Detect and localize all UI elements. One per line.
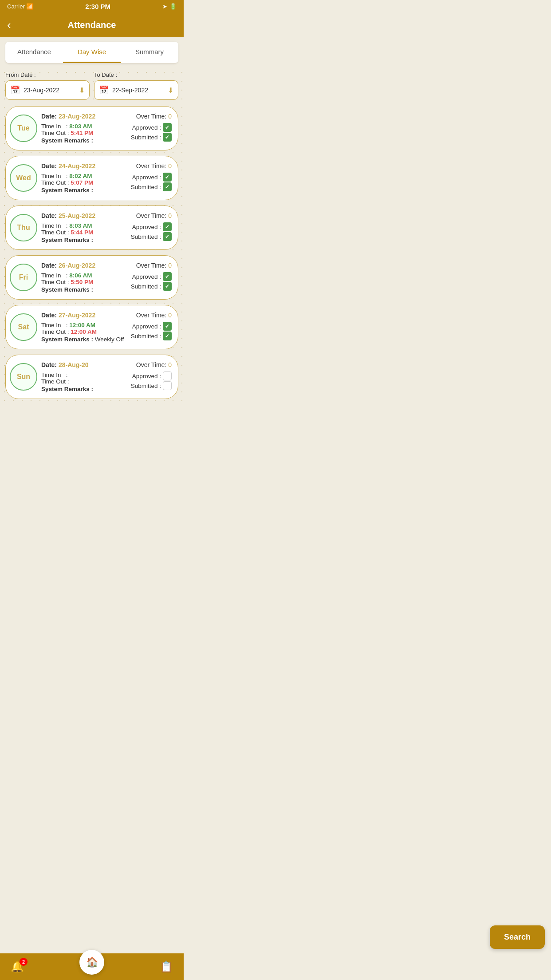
time-in-value: 8:06 AM <box>68 272 92 279</box>
attendance-card: Fri Date: 26-Aug-2022 Over Time: 0 Time … <box>5 255 178 300</box>
time-out-label: Time Out : <box>41 229 69 236</box>
remarks-row: System Remarks : <box>41 386 131 392</box>
approved-label: Approved : <box>132 373 161 379</box>
time-out-row: Time Out : 5:50 PM <box>41 279 131 285</box>
overtime: Over Time: 0 <box>136 113 172 120</box>
submitted-checkbox: ✔ <box>163 133 172 142</box>
card-body: Date: 24-Aug-2022 Over Time: 0 Time In :… <box>41 162 172 194</box>
back-button[interactable]: ‹ <box>7 18 11 32</box>
check-col: Approved : ✔ Submitted : ✔ <box>131 322 172 340</box>
card-date: Date: 26-Aug-2022 <box>41 262 95 269</box>
card-mid-row: Time In : 12:00 AM Time Out : 12:00 AM S… <box>41 322 172 343</box>
time-in-row: Time In : <box>41 371 131 378</box>
overtime: Over Time: 0 <box>136 361 172 368</box>
time-in-row: Time In : 8:02 AM <box>41 173 131 179</box>
approved-checkbox: ✔ <box>163 123 172 132</box>
from-date-label: From Date : <box>5 71 90 78</box>
day-circle-wrap: Sat <box>6 312 41 343</box>
remarks-row: System Remarks : <box>41 286 131 293</box>
submitted-checkbox-empty <box>163 381 172 390</box>
check-col: Approved : Submitted : <box>131 371 172 390</box>
time-in-value: 8:02 AM <box>68 173 92 179</box>
day-circle-wrap: Thu <box>6 212 41 243</box>
submitted-label: Submitted : <box>131 283 161 290</box>
time-in-row: Time In : 8:06 AM <box>41 272 131 279</box>
remarks-row: System Remarks : <box>41 137 131 144</box>
day-circle: Thu <box>10 214 37 241</box>
overtime: Over Time: 0 <box>136 312 172 319</box>
submitted-checkbox: ✔ <box>163 232 172 241</box>
card-mid-row: Time In : 8:02 AM Time Out : 5:07 PM Sys… <box>41 173 172 194</box>
page-title: Attendance <box>68 20 116 30</box>
card-top: Date: 28-Aug-20 Over Time: 0 <box>41 361 172 368</box>
approved-label: Approved : <box>132 273 161 280</box>
attendance-card: Sat Date: 27-Aug-2022 Over Time: 0 Time … <box>5 305 178 349</box>
submitted-row: Submitted : ✔ <box>131 182 172 191</box>
overtime: Over Time: 0 <box>136 162 172 170</box>
approved-label: Approved : <box>132 323 161 330</box>
submitted-row: Submitted : ✔ <box>131 232 172 241</box>
card-left-info: Time In : 12:00 AM Time Out : 12:00 AM S… <box>41 322 131 343</box>
day-circle: Tue <box>10 115 37 142</box>
day-circle-wrap: Wed <box>6 162 41 194</box>
approved-checkbox: ✔ <box>163 173 172 182</box>
time-out-row: Time Out : 5:44 PM <box>41 229 131 236</box>
approved-checkbox: ✔ <box>163 322 172 331</box>
time-out-value: 5:07 PM <box>69 179 94 186</box>
tab-bar: Attendance Day Wise Summary <box>5 42 178 63</box>
time-in-label: Time In : <box>41 272 68 279</box>
card-body: Date: 25-Aug-2022 Over Time: 0 Time In :… <box>41 212 172 243</box>
calendar-icon-from: 📅 <box>10 85 20 95</box>
time-in-row: Time In : 12:00 AM <box>41 322 131 328</box>
to-date-input[interactable]: 📅 22-Sep-2022 ⬇ <box>94 80 178 100</box>
time-in-value: 12:00 AM <box>68 322 96 328</box>
check-col: Approved : ✔ Submitted : ✔ <box>131 123 172 142</box>
tab-attendance[interactable]: Attendance <box>5 42 63 63</box>
date-range-row: From Date : 📅 23-Aug-2022 ⬇ To Date : 📅 … <box>5 71 178 100</box>
time-out-row: Time Out : 5:07 PM <box>41 179 131 186</box>
approved-checkbox: ✔ <box>163 222 172 231</box>
card-left-info: Time In : 8:03 AM Time Out : 5:44 PM Sys… <box>41 222 131 243</box>
day-circle: Sun <box>10 363 37 391</box>
time-in-value: 8:03 AM <box>68 222 92 229</box>
status-icons: ➤ 🔋 <box>162 3 177 10</box>
card-body: Date: 28-Aug-20 Over Time: 0 Time In : T… <box>41 361 172 392</box>
approved-checkbox: ✔ <box>163 272 172 281</box>
attendance-card: Sun Date: 28-Aug-20 Over Time: 0 Time In… <box>5 355 178 399</box>
card-date: Date: 27-Aug-2022 <box>41 312 95 319</box>
approved-row: Approved : ✔ <box>132 173 172 182</box>
approved-checkbox-empty <box>163 371 172 380</box>
attendance-card: Tue Date: 23-Aug-2022 Over Time: 0 Time … <box>5 106 178 150</box>
submitted-row: Submitted : ✔ <box>131 133 172 142</box>
to-date-group: To Date : 📅 22-Sep-2022 ⬇ <box>94 71 178 100</box>
chevron-down-to: ⬇ <box>168 86 173 95</box>
time-in-label: Time In : <box>41 222 68 229</box>
time-out-value <box>69 378 71 385</box>
card-mid-row: Time In : 8:03 AM Time Out : 5:44 PM Sys… <box>41 222 172 243</box>
card-body: Date: 26-Aug-2022 Over Time: 0 Time In :… <box>41 262 172 293</box>
time-in-value: 8:03 AM <box>68 123 92 130</box>
remarks-row: System Remarks : <box>41 237 131 243</box>
status-bar: Carrier 📶 2:30 PM ➤ 🔋 <box>0 0 184 13</box>
tab-daywise[interactable]: Day Wise <box>63 42 121 63</box>
status-time: 2:30 PM <box>85 3 110 10</box>
from-date-input[interactable]: 📅 23-Aug-2022 ⬇ <box>5 80 90 100</box>
overtime: Over Time: 0 <box>136 262 172 269</box>
card-top: Date: 27-Aug-2022 Over Time: 0 <box>41 312 172 319</box>
time-out-label: Time Out : <box>41 279 69 285</box>
card-date: Date: 24-Aug-2022 <box>41 162 95 170</box>
time-out-label: Time Out : <box>41 378 69 385</box>
chevron-down-from: ⬇ <box>79 86 85 95</box>
day-circle-wrap: Fri <box>6 262 41 293</box>
approved-label: Approved : <box>132 124 161 131</box>
time-out-label: Time Out : <box>41 328 69 335</box>
tab-summary[interactable]: Summary <box>121 42 178 63</box>
battery-icon: 🔋 <box>169 3 177 10</box>
from-date-value: 23-Aug-2022 <box>24 87 75 94</box>
card-left-info: Time In : 8:02 AM Time Out : 5:07 PM Sys… <box>41 173 131 194</box>
approved-row: Approved : <box>132 371 172 380</box>
card-date: Date: 28-Aug-20 <box>41 361 89 368</box>
card-top: Date: 25-Aug-2022 Over Time: 0 <box>41 212 172 219</box>
submitted-label: Submitted : <box>131 134 161 141</box>
card-mid-row: Time In : 8:06 AM Time Out : 5:50 PM Sys… <box>41 272 172 293</box>
